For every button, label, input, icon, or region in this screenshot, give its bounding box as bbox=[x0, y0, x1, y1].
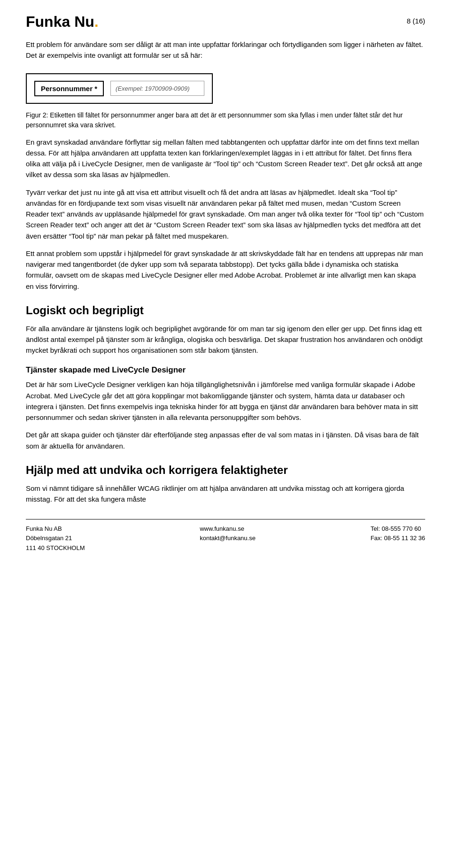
paragraph-4: Ett annat problem som uppstår i hjälpmed… bbox=[26, 248, 425, 292]
phone: Tel: 08-555 770 60 bbox=[371, 524, 425, 534]
page-header: Funka Nu. 8 (16) bbox=[26, 13, 425, 31]
paragraph-6: Det är här som LiveCycle Designer verkli… bbox=[26, 379, 425, 423]
form-example-box: Personnummer * (Exempel: 19700909-0909) bbox=[26, 73, 213, 104]
address-line1: Döbelnsgatan 21 bbox=[26, 534, 85, 543]
heading-felaktigheter: Hjälp med att undvika och korrigera fela… bbox=[26, 463, 425, 477]
paragraph-7: Det går att skapa guider och tjänster dä… bbox=[26, 429, 425, 451]
form-input-area: (Exempel: 19700909-0909) bbox=[110, 81, 204, 96]
logo-dot: . bbox=[94, 13, 99, 30]
form-placeholder: (Exempel: 19700909-0909) bbox=[116, 85, 199, 92]
logo: Funka Nu. bbox=[26, 13, 99, 31]
paragraph-5: För alla användare är tjänstens logik oc… bbox=[26, 323, 425, 356]
address-line2: 111 40 STOCKHOLM bbox=[26, 543, 85, 553]
company-name: Funka Nu AB bbox=[26, 524, 85, 534]
paragraph-3: Tyvärr verkar det just nu inte gå att vi… bbox=[26, 187, 425, 241]
heading-logiskt: Logiskt och begripligt bbox=[26, 303, 425, 318]
page-number: 8 (16) bbox=[407, 17, 425, 25]
footer-phone: Tel: 08-555 770 60 Fax: 08-55 11 32 36 bbox=[371, 524, 425, 553]
paragraph-2: En gravt synskadad användare förflyttar … bbox=[26, 137, 425, 180]
paragraph-8: Som vi nämnt tidigare så innehåller WCAG… bbox=[26, 483, 425, 505]
fax: Fax: 08-55 11 32 36 bbox=[371, 534, 425, 543]
figure-caption: Figur 2: Etiketten till fältet för perso… bbox=[26, 110, 425, 130]
page-footer: Funka Nu AB Döbelnsgatan 21 111 40 STOCK… bbox=[26, 519, 425, 560]
footer-address: Funka Nu AB Döbelnsgatan 21 111 40 STOCK… bbox=[26, 524, 85, 553]
website: www.funkanu.se bbox=[200, 524, 256, 534]
email: kontakt@funkanu.se bbox=[200, 534, 256, 543]
heading-livecycle: Tjänster skapade med LiveCycle Designer bbox=[26, 364, 425, 376]
intro-paragraph: Ett problem för användare som ser dåligt… bbox=[26, 39, 425, 61]
form-label: Personnummer * bbox=[34, 81, 104, 96]
footer-web: www.funkanu.se kontakt@funkanu.se bbox=[200, 524, 256, 553]
